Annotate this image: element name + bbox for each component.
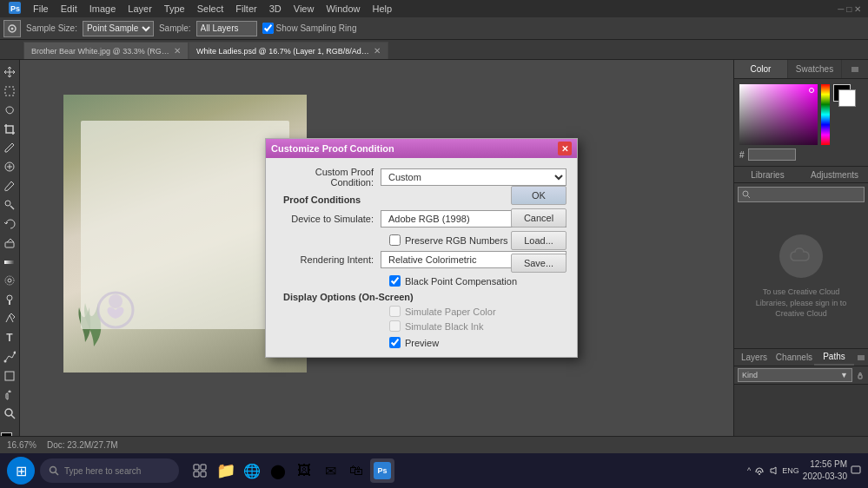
save-button[interactable]: Save... xyxy=(511,254,567,273)
sample-size-label: Sample Size: xyxy=(26,23,77,33)
system-tray: ^ ENG 12:56 PM 2020-03-30 xyxy=(747,458,861,483)
show-hidden-icons[interactable]: ^ xyxy=(747,466,751,475)
menu-item-image[interactable]: Image xyxy=(84,2,122,16)
start-button[interactable]: ⊞ xyxy=(7,457,35,485)
cancel-button[interactable]: Cancel xyxy=(511,208,567,228)
simulate-paper-checkbox[interactable] xyxy=(389,306,401,317)
menu-item-window[interactable]: Window xyxy=(321,2,365,16)
menu-item-filter[interactable]: Filter xyxy=(230,2,262,16)
black-point-row: Black Point Compensation xyxy=(276,275,567,287)
document-tabs: Brother Bear White.jpg @ 33.3% (RGB/8/Ad… xyxy=(0,40,868,60)
svg-rect-48 xyxy=(194,472,199,477)
svg-point-44 xyxy=(50,467,56,473)
taskbar-app-chrome[interactable]: ⬤ xyxy=(266,458,290,483)
menu-item-edit[interactable]: Edit xyxy=(56,2,83,16)
taskbar-app-photoshop[interactable]: Ps xyxy=(370,458,394,483)
sample-size-select[interactable]: Point Sample xyxy=(83,21,154,36)
menu-item-3d[interactable]: 3D xyxy=(264,2,287,16)
menu-item-type[interactable]: Type xyxy=(159,2,190,16)
taskbar: ⊞ Type here to search 📁 🌐 ⬤ 🖼 ✉ 🛍 Ps ^ E… xyxy=(0,453,868,488)
dialog-title: Customize Proof Condition xyxy=(271,143,394,154)
preview-checkbox[interactable] xyxy=(389,337,401,348)
taskbar-clock: 12:56 PM 2020-03-30 xyxy=(803,458,847,483)
menu-bar: Ps File Edit Image Layer Type Select Fil… xyxy=(0,0,868,17)
device-to-simulate-label: Device to Simulate: xyxy=(276,214,381,224)
taskbar-app-file-explorer[interactable]: 📁 xyxy=(214,458,238,483)
volume-icon xyxy=(768,465,779,476)
preview-row: Preview xyxy=(276,337,567,348)
taskbar-task-view[interactable] xyxy=(188,458,212,483)
notification-icon[interactable] xyxy=(851,465,861,476)
doc-tab-white-ladies[interactable]: White Ladies.psd @ 16.7% (Layer 1, RGB/8… xyxy=(189,42,388,59)
custom-proof-condition-select[interactable]: Custom xyxy=(381,168,567,186)
menu-item-select[interactable]: Select xyxy=(192,2,229,16)
dialog-body: Custom Proof Condition: Custom Proof Con… xyxy=(266,158,577,357)
close-tab-brother-bear[interactable]: ✕ xyxy=(174,46,181,56)
close-tab-white-ladies[interactable]: ✕ xyxy=(374,46,381,56)
menu-item-layer[interactable]: Layer xyxy=(123,2,157,16)
dialog-overlay: Customize Proof Condition ✕ Custom Proof… xyxy=(0,60,868,452)
black-point-checkbox[interactable] xyxy=(389,275,401,287)
tool-options-icon[interactable] xyxy=(3,20,21,37)
svg-line-45 xyxy=(56,472,59,476)
sample-label: Sample: xyxy=(159,23,191,33)
custom-proof-condition-row: Custom Proof Condition: Custom xyxy=(276,167,567,188)
svg-rect-51 xyxy=(851,466,860,473)
taskbar-search-box[interactable]: Type here to search xyxy=(40,458,179,483)
preserve-rgb-label: Preserve RGB Numbers xyxy=(405,235,508,246)
keyboard-lang[interactable]: ENG xyxy=(782,466,799,475)
ok-button[interactable]: OK xyxy=(511,186,567,205)
svg-text:Ps: Ps xyxy=(10,4,20,13)
menu-item-ps[interactable]: Ps xyxy=(3,0,26,17)
load-button[interactable]: Load... xyxy=(511,231,567,250)
svg-rect-49 xyxy=(201,472,206,477)
preserve-rgb-checkbox[interactable] xyxy=(389,234,401,246)
rendering-intent-label: Rendering Intent: xyxy=(276,254,381,265)
taskbar-app-mail[interactable]: ✉ xyxy=(318,458,342,483)
taskbar-search-icon xyxy=(49,465,59,476)
simulate-paper-label: Simulate Paper Color xyxy=(405,307,496,317)
taskbar-app-edge[interactable]: 🌐 xyxy=(240,458,264,483)
customize-proof-condition-dialog: Customize Proof Condition ✕ Custom Proof… xyxy=(265,138,578,358)
main-area: T xyxy=(0,60,868,452)
preview-label: Preview xyxy=(405,338,439,348)
sample-value-input[interactable] xyxy=(196,21,257,36)
menu-item-view[interactable]: View xyxy=(288,2,320,16)
dialog-close-button[interactable]: ✕ xyxy=(558,142,572,155)
svg-rect-47 xyxy=(201,465,206,470)
svg-rect-46 xyxy=(194,465,199,470)
simulate-black-row: Simulate Black Ink xyxy=(276,320,567,332)
display-options-title: Display Options (On-Screen) xyxy=(283,292,567,302)
simulate-paper-row: Simulate Paper Color xyxy=(276,306,567,317)
taskbar-app-photos[interactable]: 🖼 xyxy=(292,458,316,483)
options-bar: Sample Size: Point Sample Sample: Show S… xyxy=(0,17,868,40)
svg-point-3 xyxy=(11,27,14,30)
simulate-black-label: Simulate Black Ink xyxy=(405,321,483,332)
custom-proof-condition-label: Custom Proof Condition: xyxy=(276,167,381,188)
network-icon xyxy=(754,465,765,476)
dialog-titlebar: Customize Proof Condition ✕ xyxy=(266,139,577,158)
show-sampling-ring-checkbox[interactable] xyxy=(262,23,274,34)
menu-item-help[interactable]: Help xyxy=(368,2,398,16)
dialog-buttons: OK Cancel Load... Save... xyxy=(511,186,567,273)
doc-tab-brother-bear[interactable]: Brother Bear White.jpg @ 33.3% (RGB/8/Ad… xyxy=(23,42,189,59)
black-point-label: Black Point Compensation xyxy=(405,276,517,287)
svg-point-50 xyxy=(759,473,760,475)
show-sampling-ring-label[interactable]: Show Sampling Ring xyxy=(262,23,357,34)
taskbar-search-placeholder: Type here to search xyxy=(64,466,141,476)
menu-item-file[interactable]: File xyxy=(28,2,54,16)
taskbar-app-store[interactable]: 🛍 xyxy=(344,458,368,483)
simulate-black-checkbox[interactable] xyxy=(389,320,401,332)
